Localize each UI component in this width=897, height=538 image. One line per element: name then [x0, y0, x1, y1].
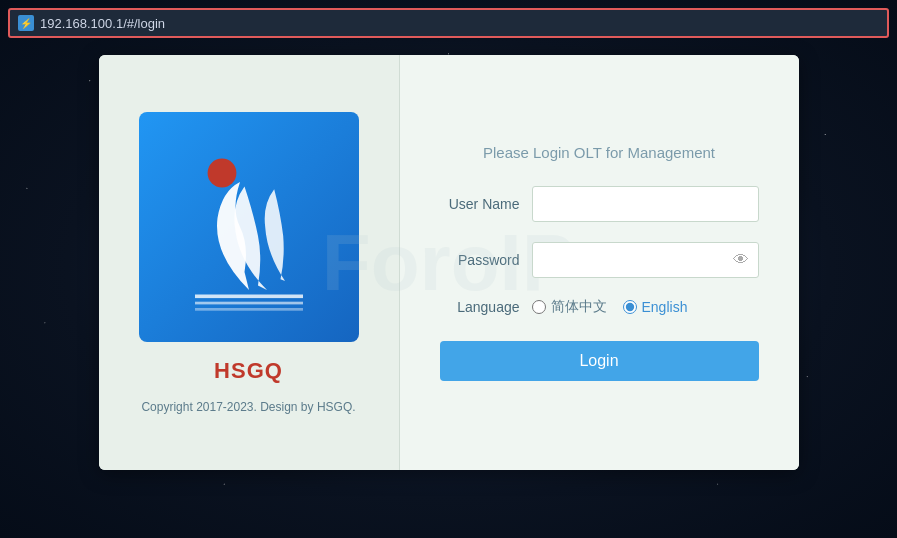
language-radio-group: 简体中文 English	[532, 298, 688, 316]
password-wrapper: 👁	[532, 242, 759, 278]
svg-rect-2	[195, 301, 303, 304]
radio-en[interactable]	[623, 300, 637, 314]
language-row: Language 简体中文 English	[440, 298, 759, 316]
product-name: HSGQ	[214, 358, 283, 384]
left-panel: HSGQ Copyright 2017-2023. Design by HSGQ…	[99, 55, 399, 470]
browser-icon	[18, 15, 34, 31]
right-panel: ForoIP Please Login OLT for Management U…	[399, 55, 799, 470]
radio-option-cn[interactable]: 简体中文	[532, 298, 607, 316]
password-input[interactable]	[532, 242, 759, 278]
radio-cn[interactable]	[532, 300, 546, 314]
username-label: User Name	[440, 196, 520, 212]
username-row: User Name	[440, 186, 759, 222]
username-input[interactable]	[532, 186, 759, 222]
eye-icon[interactable]: 👁	[733, 251, 749, 269]
svg-point-0	[207, 158, 236, 187]
login-button[interactable]: Login	[440, 341, 759, 381]
password-row: Password 👁	[440, 242, 759, 278]
address-bar: 192.168.100.1/#/login	[8, 8, 889, 38]
radio-en-label: English	[642, 299, 688, 315]
copyright: Copyright 2017-2023. Design by HSGQ.	[141, 400, 355, 414]
login-card: HSGQ Copyright 2017-2023. Design by HSGQ…	[99, 55, 799, 470]
address-text: 192.168.100.1/#/login	[40, 16, 165, 31]
login-title: Please Login OLT for Management	[483, 144, 715, 161]
radio-option-en[interactable]: English	[623, 299, 688, 315]
language-label: Language	[440, 299, 520, 315]
password-label: Password	[440, 252, 520, 268]
logo-container	[139, 112, 359, 342]
hsgq-logo	[159, 137, 339, 317]
radio-cn-label: 简体中文	[551, 298, 607, 316]
svg-rect-3	[195, 308, 303, 311]
svg-rect-1	[195, 294, 303, 298]
